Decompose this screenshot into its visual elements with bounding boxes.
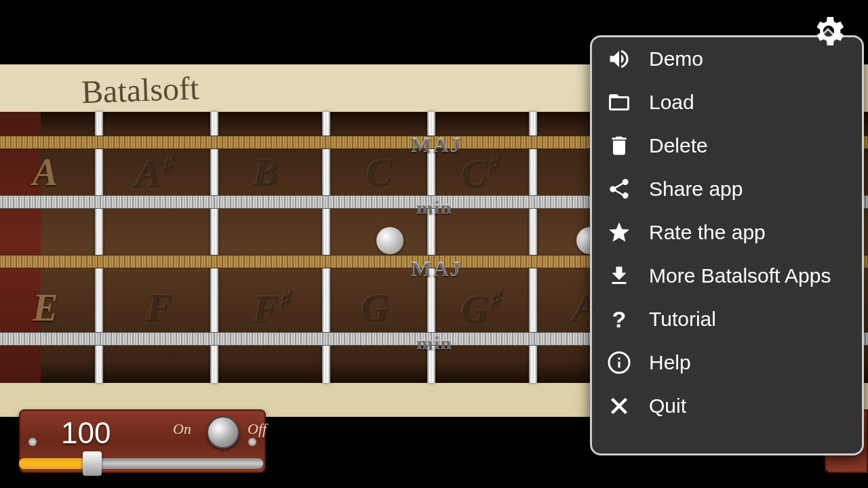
download-icon xyxy=(606,262,633,289)
menu-item-help[interactable]: Help xyxy=(592,341,862,384)
open-note-e[interactable]: E xyxy=(33,286,58,329)
menu-label: Load xyxy=(649,91,694,114)
note[interactable]: C xyxy=(366,150,391,194)
menu-item-load[interactable]: Load xyxy=(592,81,862,124)
question-icon: ? xyxy=(606,306,633,333)
tempo-value: 100 xyxy=(61,416,111,450)
menu-item-share[interactable]: Share app xyxy=(592,167,862,211)
tempo-slider[interactable] xyxy=(19,458,263,469)
tempo-on-label: On xyxy=(173,420,191,438)
note[interactable]: B xyxy=(253,150,278,194)
menu-label: Help xyxy=(649,351,691,374)
slider-fill xyxy=(19,458,88,469)
menu-item-rate[interactable]: Rate the app xyxy=(592,211,862,254)
settings-menu: Demo Load Delete Share app Rate the app … xyxy=(590,35,864,455)
note[interactable]: G♯ xyxy=(461,286,500,331)
menu-label: Tutorial xyxy=(649,308,716,331)
trash-icon xyxy=(606,132,633,159)
label-maj: MAJ xyxy=(411,132,462,157)
close-icon xyxy=(606,392,633,420)
label-min: min xyxy=(416,195,452,218)
menu-label: Demo xyxy=(649,47,703,70)
menu-label: More Batalsoft Apps xyxy=(649,264,831,287)
note[interactable]: A♯ xyxy=(136,150,172,195)
screw-icon xyxy=(248,438,256,446)
brand-logo: Batalsoft xyxy=(81,69,199,110)
fret-marker xyxy=(376,227,403,254)
note[interactable]: C♯ xyxy=(461,150,498,195)
slider-handle[interactable] xyxy=(83,451,102,476)
label-min: min xyxy=(416,331,452,354)
note[interactable]: F♯ xyxy=(253,286,290,331)
settings-gear-icon[interactable] xyxy=(810,12,848,50)
folder-icon xyxy=(606,89,633,116)
guitar-app: A E A♯ B C C♯ F F♯ G G♯ A MAJ min MAJ mi… xyxy=(0,0,868,488)
menu-label: Rate the app xyxy=(649,221,766,244)
share-icon xyxy=(606,176,633,203)
tempo-toggle[interactable] xyxy=(207,416,239,449)
menu-item-more-apps[interactable]: More Batalsoft Apps xyxy=(592,254,862,298)
note[interactable]: F xyxy=(146,286,172,329)
note[interactable]: G xyxy=(361,286,388,329)
menu-label: Quit xyxy=(649,394,686,418)
tempo-off-label: Off xyxy=(248,420,267,438)
star-icon xyxy=(606,219,633,246)
menu-item-quit[interactable]: Quit xyxy=(592,384,862,428)
label-maj: MAJ xyxy=(411,256,462,281)
info-icon xyxy=(606,349,633,376)
menu-label: Share app xyxy=(649,178,743,201)
menu-label: Delete xyxy=(649,134,708,157)
speaker-icon xyxy=(606,45,633,73)
menu-item-delete[interactable]: Delete xyxy=(592,124,862,167)
open-note-a[interactable]: A xyxy=(33,150,58,194)
menu-item-tutorial[interactable]: ?Tutorial xyxy=(592,298,862,341)
screw-icon xyxy=(28,438,37,446)
